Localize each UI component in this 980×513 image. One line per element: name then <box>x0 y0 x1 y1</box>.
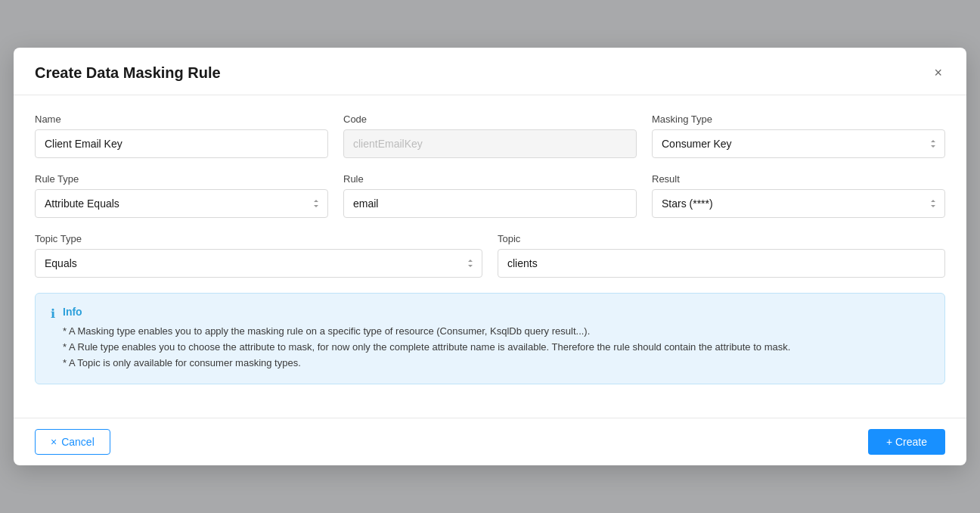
name-input[interactable] <box>35 129 328 158</box>
modal-footer: × Cancel + Create <box>14 418 966 465</box>
rule-label: Rule <box>343 173 637 185</box>
modal-title: Create Data Masking Rule <box>35 64 221 82</box>
masking-type-group: Masking Type Consumer Key <box>652 113 945 158</box>
modal-overlay: Create Data Masking Rule × Name Code Mas… <box>0 0 980 513</box>
topic-type-group: Topic Type Equals <box>35 233 482 278</box>
masking-type-select[interactable]: Consumer Key <box>652 129 945 158</box>
cancel-button[interactable]: × Cancel <box>35 429 110 455</box>
rule-type-group: Rule Type Attribute Equals <box>35 173 328 218</box>
form-row-2: Rule Type Attribute Equals Rule Result S… <box>35 173 945 218</box>
result-select[interactable]: Stars (****) <box>652 189 945 218</box>
info-line-1: * A Masking type enables you to apply th… <box>63 325 590 337</box>
result-group: Result Stars (****) <box>652 173 945 218</box>
info-icon: ℹ <box>51 306 55 371</box>
cancel-label: Cancel <box>61 436 95 448</box>
code-input[interactable] <box>343 129 637 158</box>
form-row-1: Name Code Masking Type Consumer Key <box>35 113 945 158</box>
rule-type-label: Rule Type <box>35 173 328 185</box>
info-title: Info <box>63 306 929 318</box>
result-label: Result <box>652 173 945 185</box>
topic-label: Topic <box>498 233 945 244</box>
cancel-icon: × <box>51 436 57 448</box>
form-row-3: Topic Type Equals Topic <box>35 233 945 278</box>
topic-type-select[interactable]: Equals <box>35 249 482 278</box>
code-group: Code <box>343 113 637 158</box>
rule-type-select[interactable]: Attribute Equals <box>35 189 328 218</box>
info-line-2: * A Rule type enables you to choose the … <box>63 341 790 353</box>
name-label: Name <box>35 113 328 125</box>
masking-type-label: Masking Type <box>652 113 945 125</box>
rule-group: Rule <box>343 173 637 218</box>
code-label: Code <box>343 113 637 125</box>
topic-input[interactable] <box>498 249 945 278</box>
create-button[interactable]: + Create <box>868 429 945 455</box>
close-button[interactable]: × <box>931 63 945 82</box>
modal-header: Create Data Masking Rule × <box>14 48 966 95</box>
name-group: Name <box>35 113 328 158</box>
modal-body: Name Code Masking Type Consumer Key <box>14 95 966 417</box>
topic-group: Topic <box>498 233 945 278</box>
topic-type-label: Topic Type <box>35 233 482 244</box>
info-line-3: * A Topic is only available for consumer… <box>63 357 301 368</box>
modal-dialog: Create Data Masking Rule × Name Code Mas… <box>14 48 966 465</box>
rule-input[interactable] <box>343 189 637 218</box>
info-box: ℹ Info * A Masking type enables you to a… <box>35 293 945 384</box>
info-content: Info * A Masking type enables you to app… <box>63 306 929 371</box>
info-text: * A Masking type enables you to apply th… <box>63 324 929 371</box>
